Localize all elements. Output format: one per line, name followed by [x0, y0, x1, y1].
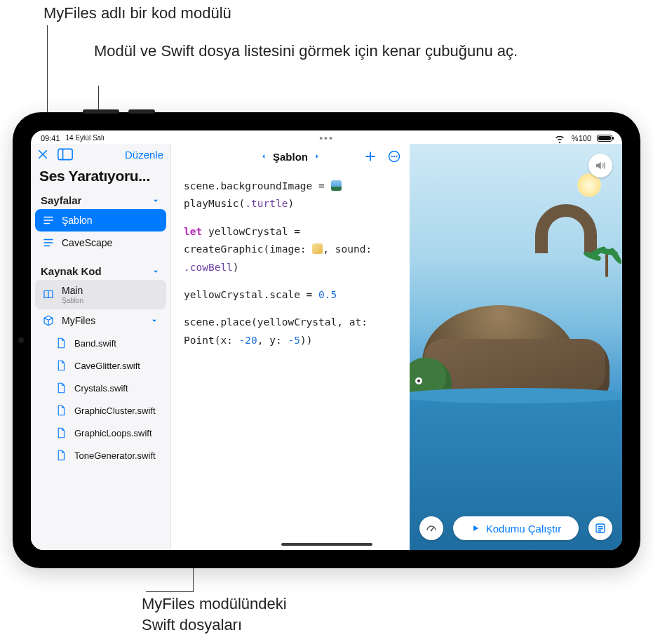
pages-header-label: Sayfalar [41, 194, 81, 206]
source-header[interactable]: Kaynak Kod [35, 261, 166, 280]
file-item[interactable]: CaveGlitter.swift [35, 354, 166, 377]
status-battery-pct: %100 [572, 134, 591, 142]
editor-nav[interactable]: Şablon [259, 151, 322, 163]
file-item-label: GraphicCluster.swift [74, 405, 159, 416]
edit-button[interactable]: Düzenle [125, 149, 163, 161]
run-code-button[interactable]: Kodumu Çalıştır [453, 516, 579, 540]
toggle-sidebar-button[interactable] [58, 148, 73, 161]
chevron-down-icon [149, 316, 159, 326]
status-date: 14 Eylül Salı [66, 134, 105, 142]
device-camera [18, 337, 24, 343]
image-literal-icon [312, 243, 323, 254]
editor-toolbar: Şablon [171, 144, 410, 169]
device-button [128, 109, 155, 114]
page-item-sablon[interactable]: Şablon [35, 209, 166, 232]
sound-button[interactable] [588, 154, 612, 177]
multitask-dots-icon[interactable]: ••• [319, 133, 334, 144]
module-item-label: MyFiles [62, 315, 142, 326]
source-header-label: Kaynak Kod [41, 265, 102, 277]
file-item[interactable]: Band.swift [35, 332, 166, 354]
file-icon [55, 427, 67, 439]
code-line: yellowCrystal.scale = 0.5 [184, 286, 397, 304]
status-time: 09:41 [41, 134, 60, 142]
battery-icon [597, 135, 612, 142]
module-item-myfiles[interactable]: MyFiles [35, 309, 166, 332]
home-indicator[interactable] [281, 543, 372, 546]
svg-point-3 [391, 156, 393, 157]
chevron-down-icon [151, 196, 161, 206]
screen: 09:41 14 Eylül Salı %100 [31, 130, 622, 550]
editor-nav-title: Şablon [273, 151, 308, 163]
page-item-label: Şablon [62, 215, 159, 226]
svg-point-5 [396, 156, 397, 157]
chevron-right-icon [312, 152, 322, 161]
speed-button[interactable] [419, 516, 443, 540]
code-line: Point(x: -20, y: -5)) [184, 332, 397, 349]
chevron-left-icon [259, 152, 269, 161]
file-item[interactable]: Crystals.swift [35, 377, 166, 399]
editor-pane: ••• Şablon [171, 144, 410, 550]
page-item-label: CaveScape [62, 237, 159, 248]
chevron-down-icon [151, 267, 161, 276]
live-preview: Kodumu Çalıştır [410, 144, 622, 550]
callout-swift-files-1: MyFiles modülündeki [142, 593, 287, 615]
code-line: playMusic(.turtle) [184, 195, 397, 213]
preview-art [535, 204, 597, 253]
page-lines-icon [42, 214, 55, 227]
ipad-device-frame: 09:41 14 Eylül Salı %100 [13, 112, 640, 568]
image-literal-icon [331, 180, 342, 191]
wifi-icon [553, 132, 566, 145]
run-code-label: Kodumu Çalıştır [486, 523, 562, 535]
results-button[interactable] [588, 516, 612, 540]
file-item[interactable]: GraphicLoops.swift [35, 422, 166, 444]
book-icon [42, 288, 55, 301]
code-line: let yellowCrystal = [184, 223, 397, 241]
file-item[interactable]: GraphicCluster.swift [35, 399, 166, 422]
code-line: createGraphic(image: , sound: [184, 241, 397, 258]
device-button [83, 109, 119, 114]
svg-point-4 [393, 156, 395, 157]
code-editor[interactable]: scene.backgroundImage = playMusic(.turtl… [171, 169, 410, 349]
callout-module-label: MyFiles adlı bir kod modülü [43, 3, 231, 24]
close-button[interactable] [36, 148, 49, 161]
callout-swift-files-2: Swift dosyaları [142, 615, 242, 636]
code-line: .cowBell) [184, 259, 397, 276]
pages-header[interactable]: Sayfalar [35, 190, 166, 209]
file-item-label: Crystals.swift [74, 383, 159, 394]
preview-art [593, 253, 608, 277]
svg-rect-0 [58, 149, 72, 159]
file-item[interactable]: ToneGenerator.swift [35, 444, 166, 467]
callout-line [146, 591, 194, 592]
file-item-label: CaveGlitter.swift [74, 361, 159, 371]
file-item-label: Band.swift [74, 338, 159, 349]
file-icon [55, 449, 67, 462]
svg-line-7 [431, 528, 433, 530]
file-icon [55, 337, 67, 349]
page-item-cavescape[interactable]: CaveScape [35, 232, 166, 254]
file-icon [55, 359, 67, 372]
source-item-label: Main [62, 285, 83, 296]
code-line: scene.backgroundImage = [184, 177, 397, 195]
file-icon [55, 404, 67, 417]
callout-open-sidebar-1: Modül ve Swift dosya listesini görmek iç… [94, 41, 543, 62]
sidebar-title: Ses Yaratıyoru... [31, 163, 170, 190]
source-item-sub: Şablon [62, 297, 83, 304]
page-lines-icon [42, 236, 55, 249]
more-button[interactable] [387, 149, 401, 163]
cube-icon [42, 314, 55, 327]
code-line: scene.place(yellowCrystal, at: [184, 314, 397, 331]
source-item-main[interactable]: Main Şablon [35, 280, 166, 309]
file-item-label: ToneGenerator.swift [74, 450, 159, 461]
add-button[interactable] [363, 149, 377, 163]
file-icon [55, 382, 67, 394]
sidebar: Düzenle Ses Yaratıyoru... Sayfalar Şa [31, 144, 171, 550]
file-item-label: GraphicLoops.swift [74, 428, 159, 438]
